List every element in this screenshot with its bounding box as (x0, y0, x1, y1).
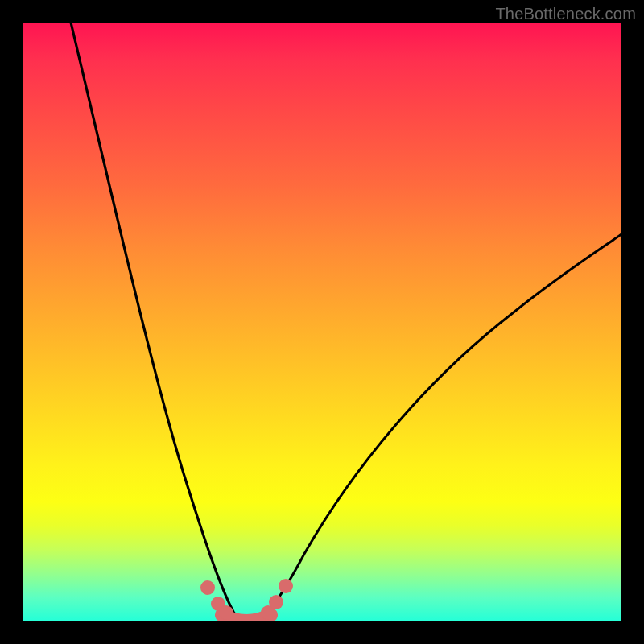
chart-plot-area (23, 23, 621, 621)
curve-right (252, 234, 621, 621)
curve-left (71, 23, 246, 621)
marker-dot (200, 580, 215, 595)
marker-dot (219, 605, 233, 620)
marker-dot (269, 595, 283, 609)
watermark-text: TheBottleneck.com (495, 5, 636, 23)
marker-dot (279, 579, 293, 593)
chart-svg (23, 23, 621, 621)
